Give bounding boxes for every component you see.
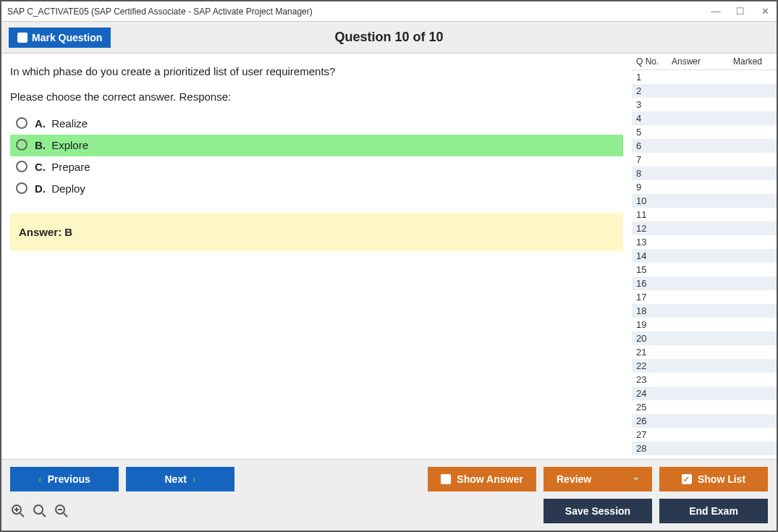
svg-line-5 <box>42 513 46 517</box>
list-item[interactable]: 10 <box>632 194 777 208</box>
option-label: C. Prepare <box>35 161 90 173</box>
list-item[interactable]: 18 <box>632 304 777 318</box>
show-answer-button[interactable]: Show Answer <box>428 467 536 491</box>
cell-qno: 1 <box>632 72 672 83</box>
review-button[interactable]: Review <box>544 467 652 491</box>
show-list-button[interactable]: ✓ Show List <box>659 467 768 491</box>
list-item[interactable]: 1 <box>632 70 777 84</box>
cell-qno: 3 <box>632 99 672 110</box>
list-item[interactable]: 15 <box>632 263 777 276</box>
list-item[interactable]: 22 <box>632 359 777 373</box>
zoom-out-icon[interactable] <box>54 503 69 519</box>
bottombar: ‹ Previous Next › Show Answer Review ✓ S… <box>1 459 777 531</box>
minimize-icon[interactable]: — <box>710 6 722 17</box>
list-item[interactable]: 21 <box>632 345 777 359</box>
list-item[interactable]: 3 <box>632 98 777 111</box>
list-item[interactable]: 8 <box>632 166 777 180</box>
show-answer-label: Show Answer <box>457 473 523 485</box>
col-qno: Q No. <box>632 56 672 67</box>
zoom-in-icon[interactable] <box>10 503 26 519</box>
list-item[interactable]: 27 <box>632 428 777 442</box>
radio-icon <box>16 117 28 129</box>
zoom-controls <box>10 503 69 519</box>
option-a[interactable]: A. Realize <box>10 113 623 135</box>
cell-qno: 8 <box>632 168 672 179</box>
cell-qno: 13 <box>632 237 672 248</box>
previous-label: Previous <box>48 473 90 485</box>
zoom-reset-icon[interactable] <box>32 503 48 519</box>
col-marked: Marked <box>733 56 777 67</box>
answer-box: Answer: B <box>10 213 623 251</box>
list-item[interactable]: 12 <box>632 221 777 235</box>
list-item[interactable]: 7 <box>632 153 777 166</box>
cell-qno: 17 <box>632 292 672 303</box>
cell-qno: 21 <box>632 347 672 358</box>
close-icon[interactable]: ✕ <box>759 6 771 17</box>
question-text: In which phase do you create a prioritiz… <box>10 64 623 80</box>
review-label: Review <box>557 473 591 485</box>
option-d[interactable]: D. Deploy <box>10 178 623 200</box>
checkbox-icon <box>17 33 28 43</box>
list-item[interactable]: 16 <box>632 276 777 290</box>
list-item[interactable]: 13 <box>632 235 777 249</box>
button-row-1: ‹ Previous Next › Show Answer Review ✓ S… <box>10 467 768 491</box>
question-heading: Question 10 of 10 <box>334 30 443 45</box>
window-title: SAP C_ACTIVATE05 (SAP Certified Associat… <box>7 7 313 17</box>
radio-icon <box>16 161 28 172</box>
radio-icon <box>16 182 28 194</box>
next-label: Next <box>164 473 186 485</box>
window-controls: — ☐ ✕ <box>710 6 771 17</box>
list-item[interactable]: 28 <box>632 442 777 455</box>
list-item[interactable]: 24 <box>632 387 777 400</box>
maximize-icon[interactable]: ☐ <box>735 6 746 17</box>
question-instruction: Please choose the correct answer. Respon… <box>10 90 623 103</box>
cell-qno: 12 <box>632 223 672 234</box>
dropdown-triangle-icon <box>633 478 639 481</box>
save-session-button[interactable]: Save Session <box>544 499 652 523</box>
list-item[interactable]: 14 <box>632 249 777 263</box>
options-list: A. RealizeB. ExploreC. PrepareD. Deploy <box>10 113 623 200</box>
list-item[interactable]: 17 <box>632 290 777 304</box>
list-item[interactable]: 4 <box>632 111 777 125</box>
svg-point-4 <box>34 505 43 514</box>
cell-qno: 23 <box>632 374 672 385</box>
app-window: SAP C_ACTIVATE05 (SAP Certified Associat… <box>0 0 778 532</box>
list-item[interactable]: 20 <box>632 332 777 345</box>
main-area: In which phase do you create a prioritiz… <box>1 54 777 459</box>
list-item[interactable]: 5 <box>632 125 777 139</box>
previous-button[interactable]: ‹ Previous <box>10 467 119 491</box>
question-area: In which phase do you create a prioritiz… <box>1 54 632 459</box>
cell-qno: 25 <box>632 402 672 413</box>
list-item[interactable]: 19 <box>632 318 777 332</box>
cell-qno: 4 <box>632 113 672 124</box>
mark-question-button[interactable]: Mark Question <box>9 28 111 48</box>
end-exam-label: End Exam <box>689 505 738 517</box>
cell-qno: 2 <box>632 85 672 96</box>
list-item[interactable]: 11 <box>632 208 777 221</box>
sidebar-header: Q No. Answer Marked <box>632 54 777 70</box>
next-button[interactable]: Next › <box>126 467 234 491</box>
cell-qno: 18 <box>632 305 672 316</box>
svg-line-1 <box>20 513 24 517</box>
cell-qno: 22 <box>632 360 672 371</box>
cell-qno: 24 <box>632 388 672 399</box>
list-item[interactable]: 26 <box>632 414 777 428</box>
sidebar-list[interactable]: 1234567891011121314151617181920212223242… <box>632 70 777 459</box>
list-item[interactable]: 6 <box>632 139 777 153</box>
list-item[interactable]: 2 <box>632 84 777 98</box>
cell-qno: 26 <box>632 415 672 426</box>
list-item[interactable]: 9 <box>632 180 777 194</box>
end-exam-button[interactable]: End Exam <box>659 499 768 523</box>
option-label: D. Deploy <box>35 182 85 195</box>
cell-qno: 11 <box>632 209 672 220</box>
svg-line-7 <box>64 513 67 517</box>
titlebar: SAP C_ACTIVATE05 (SAP Certified Associat… <box>1 1 777 22</box>
button-row-2: Save Session End Exam <box>10 499 768 523</box>
cell-qno: 19 <box>632 319 672 330</box>
list-item[interactable]: 25 <box>632 400 777 414</box>
list-item[interactable]: 23 <box>632 373 777 387</box>
option-c[interactable]: C. Prepare <box>10 156 623 178</box>
option-b[interactable]: B. Explore <box>10 135 623 156</box>
chevron-right-icon: › <box>193 473 196 485</box>
save-session-label: Save Session <box>565 505 630 517</box>
